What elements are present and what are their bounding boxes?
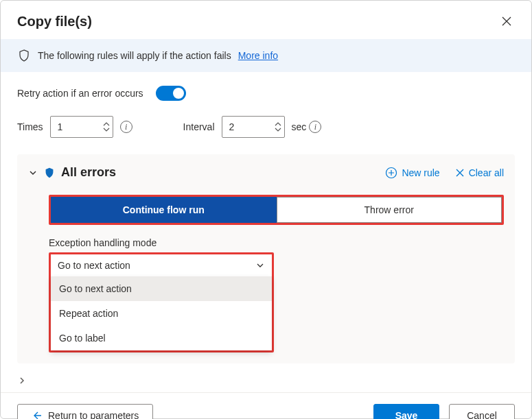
dialog-title: Copy file(s) <box>17 14 92 29</box>
save-button[interactable]: Save <box>373 404 439 419</box>
chevron-down-icon <box>275 127 281 132</box>
mode-dropdown: Go to next action Repeat action Go to la… <box>51 276 272 350</box>
banner-text: The following rules will apply if the ac… <box>38 50 231 61</box>
times-input[interactable]: 1 <box>50 116 113 138</box>
dialog-footer: Return to parameters Save Cancel <box>1 392 531 419</box>
flow-tab-group: Continue flow run Throw error <box>51 197 502 223</box>
mode-selected-value: Go to next action <box>58 260 130 271</box>
close-icon <box>501 16 512 27</box>
info-banner: The following rules will apply if the ac… <box>1 39 531 72</box>
retry-row: Retry action if an error occurs <box>17 86 515 101</box>
shield-icon <box>43 167 56 179</box>
errors-header: All errors New rule Clear all <box>28 165 504 180</box>
arrow-left-icon <box>32 410 43 419</box>
mode-option[interactable]: Go to next action <box>51 276 272 301</box>
cancel-button[interactable]: Cancel <box>449 404 515 419</box>
toggle-knob <box>173 88 184 99</box>
chevron-down-icon <box>28 168 38 178</box>
info-icon[interactable]: i <box>309 121 321 133</box>
mode-select[interactable]: Go to next action <box>51 254 272 276</box>
footer-actions: Save Cancel <box>373 404 515 419</box>
errors-actions: New rule Clear all <box>385 167 504 179</box>
close-icon <box>455 168 465 178</box>
errors-title: All errors <box>61 165 116 180</box>
shield-icon <box>17 49 31 62</box>
retry-toggle[interactable] <box>156 86 186 101</box>
return-label: Return to parameters <box>48 410 139 419</box>
plus-circle-icon <box>385 167 397 179</box>
chevron-up-icon <box>275 122 281 127</box>
info-icon[interactable]: i <box>120 121 132 133</box>
retry-params-row: Times 1 i Interval 2 seci <box>17 116 515 138</box>
tab-throw-error[interactable]: Throw error <box>277 197 502 223</box>
tab-highlight: Continue flow run Throw error <box>49 195 504 225</box>
tab-continue-flow[interactable]: Continue flow run <box>51 197 277 223</box>
clear-all-button[interactable]: Clear all <box>455 167 504 178</box>
mode-label: Exception handling mode <box>49 237 504 248</box>
times-value: 1 <box>58 121 63 132</box>
interval-input[interactable]: 2 <box>222 116 285 138</box>
mode-option[interactable]: Repeat action <box>51 301 272 326</box>
return-button[interactable]: Return to parameters <box>17 404 153 419</box>
errors-title-row[interactable]: All errors <box>28 165 116 180</box>
interval-label: Interval <box>183 121 215 132</box>
dialog-body: Retry action if an error occurs Times 1 … <box>1 72 531 392</box>
new-rule-label: New rule <box>402 167 439 178</box>
more-info-link[interactable]: More info <box>238 50 278 61</box>
mode-select-highlight: Go to next action Go to next action Repe… <box>49 252 274 352</box>
mode-option[interactable]: Go to label <box>51 326 272 350</box>
spinner-arrows[interactable] <box>275 122 281 132</box>
dialog-header: Copy file(s) <box>1 1 531 39</box>
times-label: Times <box>17 121 43 132</box>
close-button[interactable] <box>498 13 515 29</box>
errors-panel: All errors New rule Clear all Continue f… <box>17 154 515 363</box>
chevron-right-icon <box>17 376 27 385</box>
new-rule-button[interactable]: New rule <box>385 167 439 179</box>
spinner-arrows[interactable] <box>103 122 110 132</box>
chevron-down-icon <box>255 261 265 270</box>
advanced-toggle[interactable] <box>17 376 515 385</box>
copy-files-dialog: Copy file(s) The following rules will ap… <box>0 0 532 419</box>
retry-label: Retry action if an error occurs <box>17 88 143 99</box>
chevron-down-icon <box>103 127 110 132</box>
interval-unit: sec <box>292 121 307 132</box>
interval-value: 2 <box>229 121 235 132</box>
clear-all-label: Clear all <box>469 167 504 178</box>
chevron-up-icon <box>103 122 110 127</box>
